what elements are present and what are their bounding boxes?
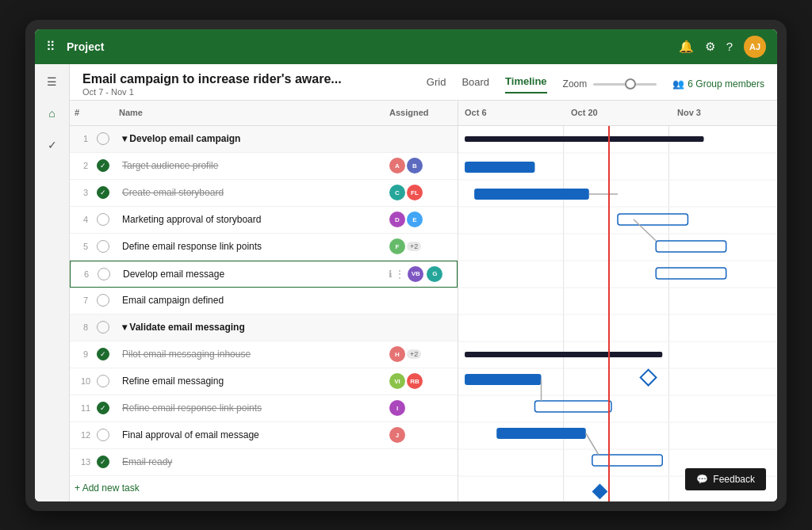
task-assignees: C FL xyxy=(389,185,453,200)
main-area: ☰ ⌂ ✓ Email campaign to increase rider's… xyxy=(35,64,777,501)
task-assignees: D E xyxy=(389,212,453,227)
task-name: Refine email messaging xyxy=(119,376,389,387)
status-circle[interactable]: ✓ xyxy=(97,456,109,468)
group-members-label: 6 Group members xyxy=(688,78,764,90)
task-assignees: I xyxy=(389,400,453,416)
assignee-avatar: H xyxy=(389,346,405,362)
col-assign-header: Assigned xyxy=(389,108,453,117)
tab-timeline[interactable]: Timeline xyxy=(505,75,547,93)
task-assignees: ℹ ⋮ VB G xyxy=(389,266,452,282)
zoom-control: Zoom xyxy=(563,78,657,90)
extra-assignees-badge: +2 xyxy=(407,242,421,251)
notification-icon[interactable]: 🔔 xyxy=(679,40,694,54)
status-circle[interactable] xyxy=(97,213,109,226)
task-assignees: H +2 xyxy=(389,346,453,362)
device-frame: ⠿ Project 🔔 ⚙ ? AJ ☰ ⌂ ✓ Email c xyxy=(25,20,787,511)
row-num: 11 xyxy=(75,403,97,413)
gantt-body xyxy=(458,126,777,501)
table-row: 12 Final approval of email message J xyxy=(70,422,458,449)
table-row: 8 ▾ Validate email messaging xyxy=(70,315,458,341)
settings-icon[interactable]: ⚙ xyxy=(705,40,715,54)
task-name: Email ready xyxy=(119,456,389,467)
status-circle[interactable]: ✓ xyxy=(97,186,109,199)
assignee-avatar: RB xyxy=(407,373,423,389)
table-row: 11 ✓ Refine email response link points I xyxy=(70,395,458,422)
nav-icons: 🔔 ⚙ ? AJ xyxy=(679,36,766,58)
extra-assignees-badge: +2 xyxy=(407,349,421,359)
today-line xyxy=(608,126,610,501)
row-num: 4 xyxy=(75,215,97,224)
row-num: 7 xyxy=(75,296,97,305)
zoom-label: Zoom xyxy=(563,78,588,90)
row-num: 5 xyxy=(75,242,97,251)
status-circle[interactable] xyxy=(97,429,109,441)
tab-grid[interactable]: Grid xyxy=(427,76,446,93)
zoom-slider[interactable] xyxy=(593,83,657,86)
gantt-grid xyxy=(458,126,777,501)
status-circle[interactable] xyxy=(97,240,109,253)
task-name: Email campaign defined xyxy=(119,295,389,306)
row-num: 13 xyxy=(75,457,97,467)
feedback-icon: 💬 xyxy=(696,474,708,485)
task-icons: ℹ ⋮ xyxy=(389,269,404,280)
status-circle[interactable] xyxy=(98,268,110,280)
assignee-avatar: VB xyxy=(408,266,423,282)
status-circle[interactable]: ✓ xyxy=(97,159,109,172)
home-icon[interactable]: ⌂ xyxy=(44,102,59,124)
task-assignees: F +2 xyxy=(389,238,453,254)
check-icon[interactable]: ✓ xyxy=(43,134,62,156)
status-circle[interactable] xyxy=(97,132,109,145)
gantt-header: Oct 6 Oct 20 Nov 3 xyxy=(458,101,777,126)
status-circle[interactable] xyxy=(97,294,109,307)
assignee-avatar: B xyxy=(407,158,423,173)
tab-board[interactable]: Board xyxy=(462,76,489,93)
gantt-bars-svg xyxy=(458,126,777,501)
row-num: 9 xyxy=(75,349,97,359)
timeline-area: # Name Assigned 1 ▾ Develop email campai… xyxy=(70,101,777,501)
task-name: Refine email response link points xyxy=(119,402,389,414)
row-num: 8 xyxy=(75,322,97,332)
sidebar: ☰ ⌂ ✓ xyxy=(35,64,70,501)
task-name: Target audience profile xyxy=(119,160,389,171)
task-name: Define email response link points xyxy=(119,241,389,252)
assignee-avatar: D xyxy=(389,212,405,227)
project-title-area: Email campaign to increase rider's aware… xyxy=(82,72,427,97)
task-name: Final approval of email message xyxy=(119,429,389,440)
task-assignees: J xyxy=(389,427,453,443)
people-icon: 👥 xyxy=(672,78,684,90)
task-rows: 1 ▾ Develop email campaign 2 ✓ Target au… xyxy=(70,126,458,501)
status-circle[interactable]: ✓ xyxy=(97,402,109,414)
status-circle[interactable]: ✓ xyxy=(97,348,109,360)
status-circle[interactable] xyxy=(97,375,109,387)
feedback-button[interactable]: 💬 Feedback xyxy=(685,468,766,490)
table-row: 6 Develop email message ℹ ⋮ VB G xyxy=(70,261,458,288)
assignee-avatar: G xyxy=(427,266,442,282)
project-dates: Oct 7 - Nov 1 xyxy=(82,87,427,97)
waffle-icon[interactable]: ⠿ xyxy=(46,39,56,54)
col-name-header: Name xyxy=(119,108,389,117)
gantt-bar-8 xyxy=(465,352,662,357)
avatar[interactable]: AJ xyxy=(744,36,766,58)
hamburger-icon[interactable]: ☰ xyxy=(42,71,62,93)
task-name: Develop email message xyxy=(120,269,389,280)
assignee-avatar: A xyxy=(389,158,405,173)
task-name: Pilot email messaging inhouse xyxy=(119,349,389,360)
gantt-bar-12 xyxy=(592,455,662,466)
add-task-row[interactable]: + Add new task xyxy=(70,476,458,500)
row-num: 3 xyxy=(75,188,97,197)
table-row: 1 ▾ Develop email campaign xyxy=(70,126,458,153)
task-assignees: VI RB xyxy=(389,373,453,389)
row-num: 2 xyxy=(75,161,97,170)
group-members[interactable]: 👥 6 Group members xyxy=(672,78,764,90)
task-name: Create email storyboard xyxy=(119,187,389,198)
assignee-avatar: J xyxy=(389,427,405,443)
gantt-bar-3 xyxy=(474,189,589,200)
row-num: 10 xyxy=(75,376,97,386)
table-row: 5 Define email response link points F +2 xyxy=(70,234,458,261)
help-icon[interactable]: ? xyxy=(726,40,733,53)
assignee-avatar: VI xyxy=(389,373,405,389)
gantt-diamond-7 xyxy=(641,369,657,385)
row-num: 6 xyxy=(75,269,98,279)
status-circle[interactable] xyxy=(97,321,109,334)
table-row: 3 ✓ Create email storyboard C FL xyxy=(70,180,458,207)
